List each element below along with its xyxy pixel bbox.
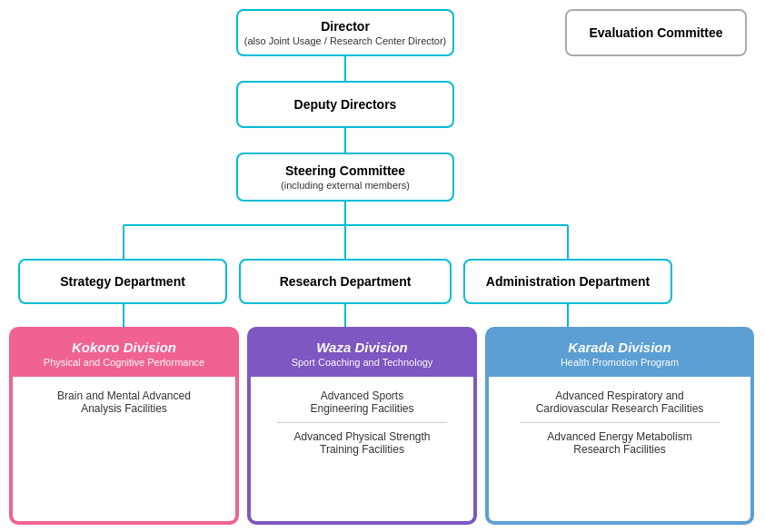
kokoro-subtitle: Physical and Cognitive Performance xyxy=(20,357,228,368)
karada-facility-2: Advanced Energy MetabolismResearch Facil… xyxy=(543,425,695,461)
evaluation-committee-box: Evaluation Committee xyxy=(565,9,747,56)
kokoro-header: Kokoro Division Physical and Cognitive P… xyxy=(11,329,237,377)
waza-division-box: Waza Division Sport Coaching and Technol… xyxy=(247,327,477,525)
director-subtitle: (also Joint Usage / Research Center Dire… xyxy=(244,34,447,47)
waza-title: Waza Division xyxy=(258,340,466,355)
director-box: Director (also Joint Usage / Research Ce… xyxy=(236,9,454,56)
kokoro-facility-1: Brain and Mental AdvancedAnalysis Facili… xyxy=(54,384,194,420)
deputy-directors-title: Deputy Directors xyxy=(294,96,397,113)
waza-divider xyxy=(277,422,446,423)
admin-dept-title: Administration Department xyxy=(486,273,650,290)
administration-dept-box: Administration Department xyxy=(463,259,672,304)
eval-committee-title: Evaluation Committee xyxy=(589,25,722,41)
strategy-dept-box: Strategy Department xyxy=(18,259,227,304)
karada-header: Karada Division Health Promotion Program xyxy=(487,329,752,377)
waza-facility-1: Advanced SportsEngineering Facilities xyxy=(306,384,417,420)
waza-facility-2: Advanced Physical StrengthTraining Facil… xyxy=(290,425,433,461)
karada-divider xyxy=(520,422,720,423)
kokoro-division-box: Kokoro Division Physical and Cognitive P… xyxy=(9,327,239,525)
karada-body: Advanced Respiratory andCardiovascular R… xyxy=(487,377,752,523)
strategy-dept-title: Strategy Department xyxy=(60,273,185,290)
karada-facility-1: Advanced Respiratory andCardiovascular R… xyxy=(532,384,708,420)
steering-committee-subtitle: (including external members) xyxy=(281,179,410,192)
karada-subtitle: Health Promotion Program xyxy=(496,357,743,368)
waza-header: Waza Division Sport Coaching and Technol… xyxy=(249,329,475,377)
waza-subtitle: Sport Coaching and Technology xyxy=(258,357,466,368)
waza-body: Advanced SportsEngineering Facilities Ad… xyxy=(249,377,475,523)
karada-title: Karada Division xyxy=(496,340,743,355)
karada-division-box: Karada Division Health Promotion Program… xyxy=(485,327,754,525)
kokoro-body: Brain and Mental AdvancedAnalysis Facili… xyxy=(11,377,237,523)
director-title: Director xyxy=(321,18,370,34)
deputy-directors-box: Deputy Directors xyxy=(236,81,454,128)
research-dept-title: Research Department xyxy=(280,273,412,290)
steering-committee-title: Steering Committee xyxy=(285,163,405,179)
steering-committee-box: Steering Committee (including external m… xyxy=(236,153,454,202)
org-chart: Director (also Joint Usage / Research Ce… xyxy=(0,0,765,532)
kokoro-title: Kokoro Division xyxy=(20,340,228,355)
research-dept-box: Research Department xyxy=(239,259,452,304)
